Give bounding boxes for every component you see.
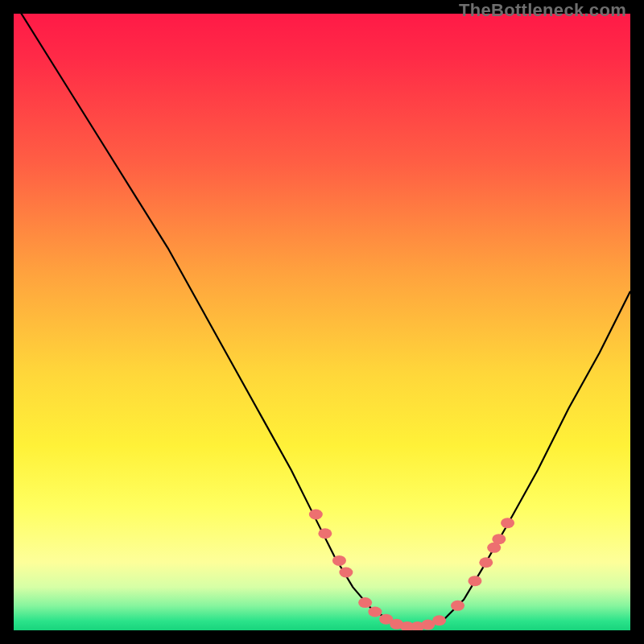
curve-marker: [368, 607, 382, 617]
bottleneck-chart: TheBottleneck.com: [0, 0, 644, 644]
curve-marker: [468, 576, 481, 586]
curve-markers: [309, 509, 514, 630]
curve-marker: [479, 557, 493, 568]
curve-marker: [451, 601, 464, 611]
curve-marker: [501, 518, 514, 528]
curve-marker: [309, 509, 323, 519]
curve-marker: [339, 568, 353, 578]
curve-marker: [492, 534, 506, 544]
curve-marker: [358, 597, 372, 608]
curve-marker: [332, 555, 346, 566]
curve-layer: [14, 14, 630, 630]
plot-area: [14, 14, 630, 630]
curve-marker: [318, 528, 332, 539]
curve-marker: [432, 615, 446, 625]
watermark-text: TheBottleneck.com: [459, 0, 626, 21]
